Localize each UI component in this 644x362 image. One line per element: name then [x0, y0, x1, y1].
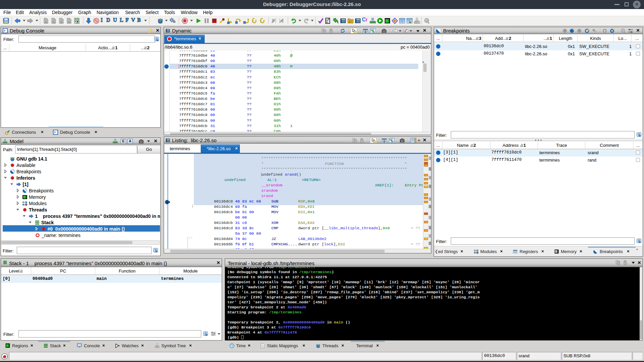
svg-text:DT: DT: [349, 20, 352, 23]
svg-text:01: 01: [326, 21, 329, 23]
svg-text:01: 01: [555, 251, 557, 253]
